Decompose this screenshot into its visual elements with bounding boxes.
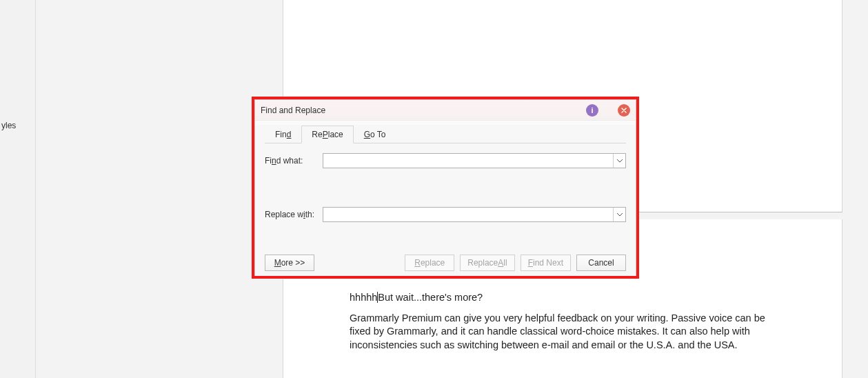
more-button[interactable]: More >>	[265, 255, 314, 271]
replace-with-row: Replace with:	[265, 207, 626, 222]
text-segment: But wait...there's more?	[378, 292, 483, 303]
find-next-button[interactable]: Find Next	[521, 255, 571, 271]
info-icon: i	[591, 106, 593, 115]
find-what-label: Find what:	[265, 156, 323, 166]
close-icon	[621, 108, 627, 113]
replace-with-label: Replace with:	[265, 210, 323, 219]
dialog-titlebar[interactable]: Find and Replace i	[255, 100, 636, 121]
chevron-down-icon	[617, 213, 623, 217]
find-what-combo	[323, 153, 626, 168]
replace-with-combo	[323, 207, 626, 222]
dialog-body: Find RePlace Go To Find what: Replace	[255, 125, 636, 279]
help-button[interactable]: i	[586, 104, 598, 117]
document-paragraph-2: Grammarly Premium can give you very help…	[350, 312, 776, 352]
tab-find[interactable]: Find	[265, 126, 301, 143]
dialog-tabs: Find RePlace Go To	[265, 125, 626, 143]
styles-panel-label: yles	[1, 7, 34, 130]
find-replace-dialog: Find and Replace i Find RePlace Go To Fi…	[254, 99, 636, 276]
tab-replace[interactable]: RePlace	[301, 126, 353, 143]
cancel-button[interactable]: Cancel	[576, 255, 626, 271]
replace-button[interactable]: Replace	[405, 255, 454, 271]
document-line-1: hhhhhBut wait...there's more?	[350, 291, 776, 305]
replace-with-input[interactable]	[323, 208, 613, 221]
dialog-button-row: More >> Replace Replace All Find Next Ca…	[265, 255, 626, 271]
chevron-down-icon	[617, 159, 623, 163]
find-what-input[interactable]	[323, 154, 613, 168]
tab-goto[interactable]: Go To	[354, 126, 396, 143]
close-button[interactable]	[618, 104, 630, 117]
find-what-row: Find what:	[265, 153, 626, 168]
replace-with-dropdown[interactable]	[613, 208, 625, 221]
find-what-dropdown[interactable]	[613, 154, 625, 168]
text-segment: hhhhh	[350, 292, 377, 303]
replace-all-button[interactable]: Replace All	[460, 255, 514, 271]
styles-panel: yles	[0, 0, 36, 378]
dialog-title: Find and Replace	[261, 106, 567, 115]
